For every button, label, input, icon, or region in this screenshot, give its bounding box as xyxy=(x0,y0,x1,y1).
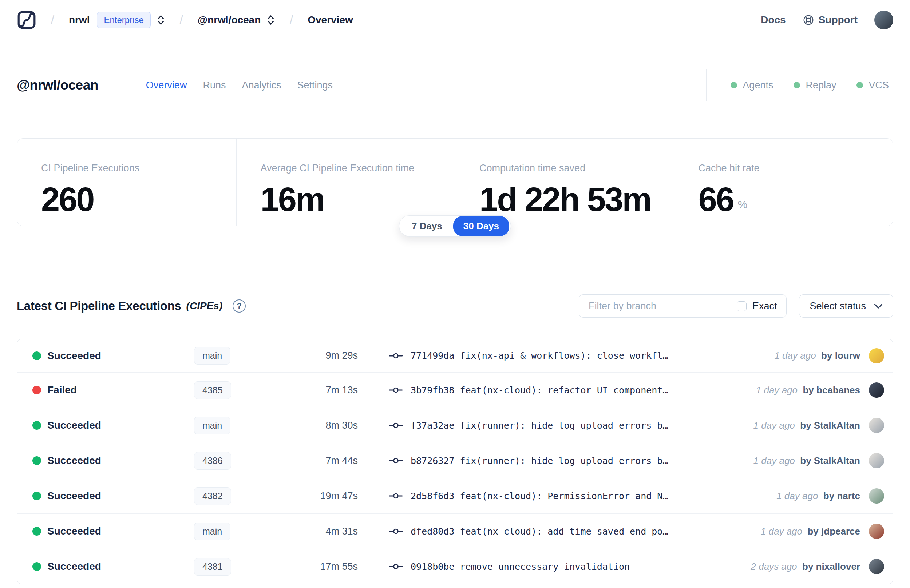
status-label: Succeeded xyxy=(47,455,194,467)
workspace-title: @nrwl/ocean xyxy=(17,78,98,93)
badge-agents[interactable]: Agents xyxy=(731,80,773,91)
author: by jdpearce xyxy=(807,526,860,537)
toggle-option-7-days[interactable]: 7 Days xyxy=(401,221,453,232)
duration: 4m 31s xyxy=(299,526,358,537)
stat-value: 66% xyxy=(698,183,893,216)
author-avatar[interactable] xyxy=(869,453,884,468)
executions-title-suffix: (CIPEs) xyxy=(186,300,223,312)
badge-vcs-label: VCS xyxy=(868,80,889,91)
stat-label: Average CI Pipeline Execution time xyxy=(260,163,455,174)
branch-pill[interactable]: main xyxy=(194,347,230,365)
branch-pill[interactable]: 4385 xyxy=(194,381,231,399)
status-label: Succeeded xyxy=(47,490,194,502)
commit-cell[interactable]: 0918b0be remove unnecessary invalidation xyxy=(389,561,750,572)
commit-cell[interactable]: 771499da fix(nx-api & workflows): close … xyxy=(389,351,774,361)
branch-pill[interactable]: 4386 xyxy=(194,452,231,470)
commit-text: 771499da fix(nx-api & workflows): close … xyxy=(411,351,668,361)
time-ago: 1 day ago xyxy=(756,384,797,396)
branch-pill[interactable]: main xyxy=(194,417,230,435)
stats-strip: CI Pipeline Executions 260 Average CI Pi… xyxy=(17,138,893,226)
table-row[interactable]: Succeeded main 8m 30s f37a32ae fix(runne… xyxy=(17,407,893,443)
badge-replay-label: Replay xyxy=(805,80,836,91)
branch-pill[interactable]: 4381 xyxy=(194,558,231,576)
stat-label: Computation time saved xyxy=(479,163,674,174)
commit-text: b8726327 fix(runner): hide log upload er… xyxy=(411,456,668,466)
time-ago: 1 day ago xyxy=(761,526,802,537)
breadcrumb-separator: / xyxy=(290,13,293,27)
row-meta: 1 day ago by lourw xyxy=(774,350,860,361)
status-label: Succeeded xyxy=(47,561,194,572)
workspace-header: @nrwl/ocean Overview Runs Analytics Sett… xyxy=(0,68,910,102)
branch-column: main xyxy=(194,347,299,365)
cipe-table: Succeeded main 9m 29s 771499da fix(nx-ap… xyxy=(17,339,893,584)
user-avatar[interactable] xyxy=(874,11,893,29)
author: by nixallover xyxy=(802,561,860,572)
branch-filter-group: Exact xyxy=(579,294,787,318)
top-nav: / nrwl Enterprise / @nrwl/ocean / Overvi… xyxy=(0,0,910,40)
duration: 9m 29s xyxy=(299,350,358,361)
exact-match-control: Exact xyxy=(727,295,787,317)
nx-cloud-logo-icon[interactable] xyxy=(17,10,36,30)
exact-checkbox[interactable] xyxy=(737,301,747,311)
tab-settings[interactable]: Settings xyxy=(297,80,333,91)
status-select[interactable]: Select status xyxy=(799,294,893,318)
green-dot-icon xyxy=(731,82,737,89)
date-range-toggle: 7 Days 30 Days xyxy=(399,215,511,236)
commit-cell[interactable]: b8726327 fix(runner): hide log upload er… xyxy=(389,456,753,466)
breadcrumb-workspace[interactable]: @nrwl/ocean xyxy=(198,14,261,26)
tab-overview[interactable]: Overview xyxy=(146,80,187,91)
commit-text: f37a32ae fix(runner): hide log upload er… xyxy=(411,420,668,431)
tab-analytics[interactable]: Analytics xyxy=(242,80,281,91)
time-ago: 1 day ago xyxy=(753,420,795,431)
tab-runs[interactable]: Runs xyxy=(203,80,226,91)
commit-text: 0918b0be remove unnecessary invalidation xyxy=(411,561,630,572)
commit-cell[interactable]: dfed80d3 feat(nx-cloud): add time-saved … xyxy=(389,526,761,537)
org-switcher-chevrons-icon[interactable] xyxy=(157,14,165,26)
help-icon[interactable]: ? xyxy=(233,299,246,313)
table-row[interactable]: Succeeded 4381 17m 55s 0918b0be remove u… xyxy=(17,549,893,584)
support-link[interactable]: Support xyxy=(803,14,858,26)
author-avatar[interactable] xyxy=(869,488,884,504)
badge-replay[interactable]: Replay xyxy=(794,80,836,91)
commit-text: 3b79fb38 feat(nx-cloud): refactor UI com… xyxy=(411,385,668,396)
duration: 19m 47s xyxy=(299,491,358,502)
branch-column: 4381 xyxy=(194,558,299,576)
table-row[interactable]: Succeeded main 9m 29s 771499da fix(nx-ap… xyxy=(17,339,893,372)
commit-cell[interactable]: 2d58f6d3 feat(nx-cloud): PermissionError… xyxy=(389,491,776,501)
table-row[interactable]: Succeeded 4382 19m 47s 2d58f6d3 feat(nx-… xyxy=(17,478,893,514)
author: by nartc xyxy=(823,491,860,501)
executions-title: Latest CI Pipeline Executions xyxy=(17,299,181,313)
stat-value-number: 66 xyxy=(698,181,734,218)
author-avatar[interactable] xyxy=(869,418,884,433)
branch-pill[interactable]: 4382 xyxy=(194,487,231,505)
row-meta: 1 day ago by StalkAltan xyxy=(753,420,860,431)
status-label: Succeeded xyxy=(47,350,194,362)
author-avatar[interactable] xyxy=(869,348,884,363)
table-row[interactable]: Succeeded 4386 7m 44s b8726327 fix(runne… xyxy=(17,443,893,478)
table-row[interactable]: Failed 4385 7m 13s 3b79fb38 feat(nx-clou… xyxy=(17,372,893,407)
commit-cell[interactable]: 3b79fb38 feat(nx-cloud): refactor UI com… xyxy=(389,385,756,396)
breadcrumb-separator: / xyxy=(180,13,183,27)
toggle-option-30-days[interactable]: 30 Days xyxy=(453,216,509,236)
author-avatar[interactable] xyxy=(869,523,884,539)
author-avatar[interactable] xyxy=(869,383,884,398)
status-dot-icon xyxy=(32,352,41,360)
row-meta: 1 day ago by StalkAltan xyxy=(753,455,860,467)
breadcrumb-org[interactable]: nrwl xyxy=(69,14,90,26)
nav-actions: Docs Support xyxy=(761,11,893,29)
commit-cell[interactable]: f37a32ae fix(runner): hide log upload er… xyxy=(389,420,753,431)
environment-badges: Agents Replay VCS xyxy=(731,80,889,91)
branch-filter-input[interactable] xyxy=(579,295,727,317)
duration: 7m 44s xyxy=(299,455,358,467)
workspace-switcher-chevrons-icon[interactable] xyxy=(267,14,275,26)
commit-text: 2d58f6d3 feat(nx-cloud): PermissionError… xyxy=(411,491,668,501)
docs-link[interactable]: Docs xyxy=(761,14,786,26)
divider xyxy=(121,69,122,101)
author: by StalkAltan xyxy=(800,420,860,431)
author-avatar[interactable] xyxy=(869,559,884,574)
table-row[interactable]: Succeeded main 4m 31s dfed80d3 feat(nx-c… xyxy=(17,514,893,549)
branch-pill[interactable]: main xyxy=(194,522,230,540)
badge-vcs[interactable]: VCS xyxy=(857,80,889,91)
status-label: Succeeded xyxy=(47,420,194,431)
enterprise-badge: Enterprise xyxy=(97,11,150,28)
